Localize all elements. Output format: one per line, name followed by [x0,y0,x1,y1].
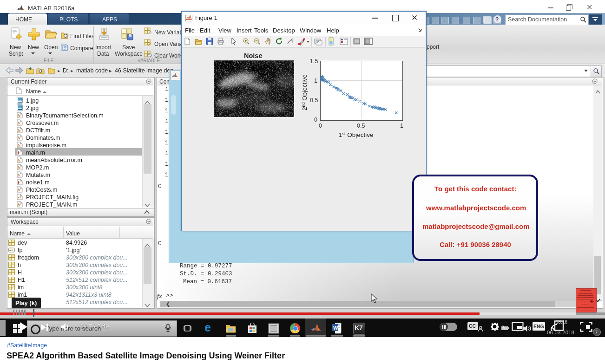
svg-text:fx: fx [18,114,20,118]
svg-text:fx: fx [18,158,20,162]
svg-text:fx: fx [18,173,20,177]
svg-text:fx: fx [18,129,20,133]
svg-text:fx: fx [18,203,20,207]
svg-text:fx: fx [18,143,20,148]
svg-text:fx: fx [18,136,20,140]
svg-text:fx: fx [18,188,20,192]
svg-text:fx: fx [18,166,20,170]
svg-text:abc: abc [9,249,14,252]
svg-text:W: W [333,325,338,331]
svg-text:fx: fx [18,121,20,125]
